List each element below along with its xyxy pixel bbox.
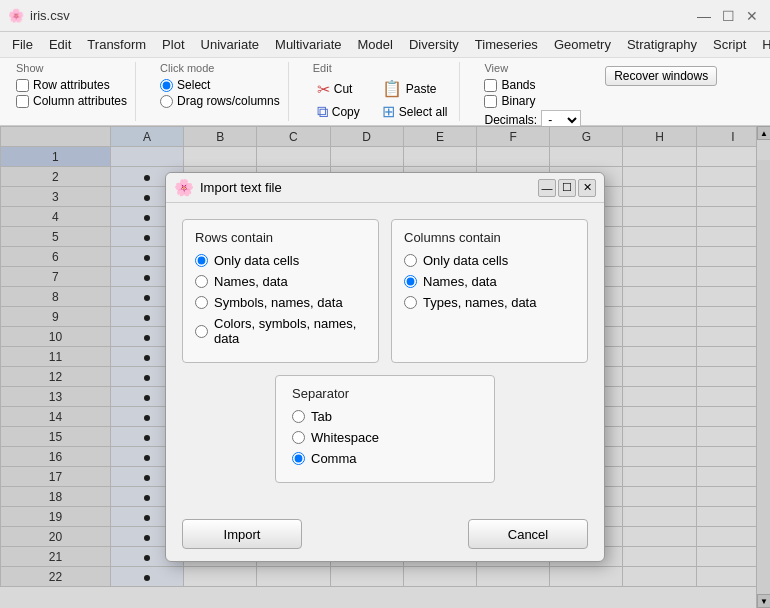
copy-label: Copy bbox=[332, 105, 360, 119]
modal-main-content: Rows contain Only data cells Names, data… bbox=[182, 219, 588, 363]
decimals-label: Decimals: bbox=[484, 113, 537, 127]
separator-title: Separator bbox=[292, 386, 478, 401]
modal-footer: Import Cancel bbox=[166, 511, 604, 561]
columns-contain-title: Columns contain bbox=[404, 230, 575, 245]
drag-label[interactable]: Drag rows/columns bbox=[160, 94, 280, 108]
select-radio[interactable] bbox=[160, 79, 173, 92]
separator-wrapper: Separator Tab Whitespace Comma bbox=[182, 375, 588, 495]
row-attributes-text: Row attributes bbox=[33, 78, 110, 92]
cols-types-radio[interactable] bbox=[404, 296, 417, 309]
menu-diversity[interactable]: Diversity bbox=[401, 35, 467, 54]
edit-label: Edit bbox=[313, 62, 452, 74]
sep-tab-label: Tab bbox=[311, 409, 332, 424]
modal-icon: 🌸 bbox=[174, 178, 194, 197]
rows-names-data-radio[interactable] bbox=[195, 275, 208, 288]
rows-colors-label: Colors, symbols, names, data bbox=[214, 316, 366, 346]
rows-symbols-radio[interactable] bbox=[195, 296, 208, 309]
column-attributes-label[interactable]: Column attributes bbox=[16, 94, 127, 108]
menu-help[interactable]: Help bbox=[754, 35, 770, 54]
column-attributes-checkbox[interactable] bbox=[16, 95, 29, 108]
column-attributes-row: Column attributes bbox=[16, 94, 127, 108]
menu-model[interactable]: Model bbox=[350, 35, 401, 54]
drag-row: Drag rows/columns bbox=[160, 94, 280, 108]
cut-label: Cut bbox=[334, 82, 353, 96]
rows-option-2: Names, data bbox=[195, 274, 366, 289]
sep-comma-radio[interactable] bbox=[292, 452, 305, 465]
copy-button[interactable]: ⧉ Copy bbox=[313, 102, 364, 122]
columns-contain-group: Columns contain Only data cells Names, d… bbox=[391, 219, 588, 363]
sep-tab-radio[interactable] bbox=[292, 410, 305, 423]
paste-icon: 📋 bbox=[382, 79, 402, 98]
sep-whitespace-radio[interactable] bbox=[292, 431, 305, 444]
paste-label: Paste bbox=[406, 82, 437, 96]
cols-only-data-radio[interactable] bbox=[404, 254, 417, 267]
modal-overlay: 🌸 Import text file — ☐ ✕ Rows contain bbox=[0, 126, 770, 608]
select-all-button[interactable]: ⊞ Select all bbox=[378, 101, 452, 122]
bands-label[interactable]: Bands bbox=[484, 78, 535, 92]
import-button[interactable]: Import bbox=[182, 519, 302, 549]
cut-paste-row: ✂ Cut ⧉ Copy 📋 Paste ⊞ Select all bbox=[313, 78, 452, 122]
modal-title-left: 🌸 Import text file bbox=[174, 178, 282, 197]
view-controls: Bands Binary Decimals: - bbox=[484, 78, 581, 130]
click-mode-label: Click mode bbox=[160, 62, 280, 74]
drag-radio[interactable] bbox=[160, 95, 173, 108]
maximize-button[interactable]: ☐ bbox=[718, 6, 738, 26]
cut-icon: ✂ bbox=[317, 80, 330, 99]
sep-whitespace-row: Whitespace bbox=[292, 430, 478, 445]
rows-contain-group: Rows contain Only data cells Names, data… bbox=[182, 219, 379, 363]
app-icon: 🌸 bbox=[8, 8, 24, 24]
sep-comma-row: Comma bbox=[292, 451, 478, 466]
sep-tab-row: Tab bbox=[292, 409, 478, 424]
binary-label[interactable]: Binary bbox=[484, 94, 535, 108]
menu-plot[interactable]: Plot bbox=[154, 35, 192, 54]
cancel-button[interactable]: Cancel bbox=[468, 519, 588, 549]
minimize-button[interactable]: — bbox=[694, 6, 714, 26]
paste-button[interactable]: 📋 Paste bbox=[378, 78, 452, 99]
row-attributes-checkbox[interactable] bbox=[16, 79, 29, 92]
menu-timeseries[interactable]: Timeseries bbox=[467, 35, 546, 54]
rows-names-data-label: Names, data bbox=[214, 274, 288, 289]
modal-close-button[interactable]: ✕ bbox=[578, 179, 596, 197]
close-button[interactable]: ✕ bbox=[742, 6, 762, 26]
rows-contain-title: Rows contain bbox=[195, 230, 366, 245]
rows-option-4: Colors, symbols, names, data bbox=[195, 316, 366, 346]
cut-button[interactable]: ✂ Cut bbox=[313, 79, 364, 100]
rows-only-data-radio[interactable] bbox=[195, 254, 208, 267]
rows-option-3: Symbols, names, data bbox=[195, 295, 366, 310]
rows-colors-radio[interactable] bbox=[195, 325, 208, 338]
menu-stratigraphy[interactable]: Stratigraphy bbox=[619, 35, 705, 54]
recover-windows-button[interactable]: Recover windows bbox=[605, 66, 717, 86]
select-row: Select bbox=[160, 78, 280, 92]
binary-checkbox[interactable] bbox=[484, 95, 497, 108]
select-label[interactable]: Select bbox=[160, 78, 210, 92]
click-mode-section: Click mode Select Drag rows/columns bbox=[152, 62, 289, 121]
select-all-label: Select all bbox=[399, 105, 448, 119]
column-attributes-text: Column attributes bbox=[33, 94, 127, 108]
modal-title-buttons: — ☐ ✕ bbox=[538, 179, 596, 197]
menu-edit[interactable]: Edit bbox=[41, 35, 79, 54]
show-label: Show bbox=[16, 62, 127, 74]
row-attributes-label[interactable]: Row attributes bbox=[16, 78, 110, 92]
title-controls: — ☐ ✕ bbox=[694, 6, 762, 26]
modal-title: Import text file bbox=[200, 180, 282, 195]
row-attributes-row: Row attributes bbox=[16, 78, 127, 92]
menu-transform[interactable]: Transform bbox=[79, 35, 154, 54]
view-label: View bbox=[484, 62, 581, 74]
bands-row: Bands bbox=[484, 78, 581, 92]
menu-geometry[interactable]: Geometry bbox=[546, 35, 619, 54]
menu-file[interactable]: File bbox=[4, 35, 41, 54]
cols-only-data-label: Only data cells bbox=[423, 253, 508, 268]
menu-script[interactable]: Script bbox=[705, 35, 754, 54]
modal-maximize-button[interactable]: ☐ bbox=[558, 179, 576, 197]
import-dialog: 🌸 Import text file — ☐ ✕ Rows contain bbox=[165, 172, 605, 562]
recover-section: Recover windows bbox=[605, 62, 717, 121]
select-all-icon: ⊞ bbox=[382, 102, 395, 121]
menu-univariate[interactable]: Univariate bbox=[193, 35, 268, 54]
toolbar: Show Row attributes Column attributes Cl… bbox=[0, 58, 770, 126]
window-title: iris.csv bbox=[30, 8, 70, 23]
bands-checkbox[interactable] bbox=[484, 79, 497, 92]
bands-text: Bands bbox=[501, 78, 535, 92]
menu-multivariate[interactable]: Multivariate bbox=[267, 35, 349, 54]
modal-minimize-button[interactable]: — bbox=[538, 179, 556, 197]
cols-names-data-radio[interactable] bbox=[404, 275, 417, 288]
